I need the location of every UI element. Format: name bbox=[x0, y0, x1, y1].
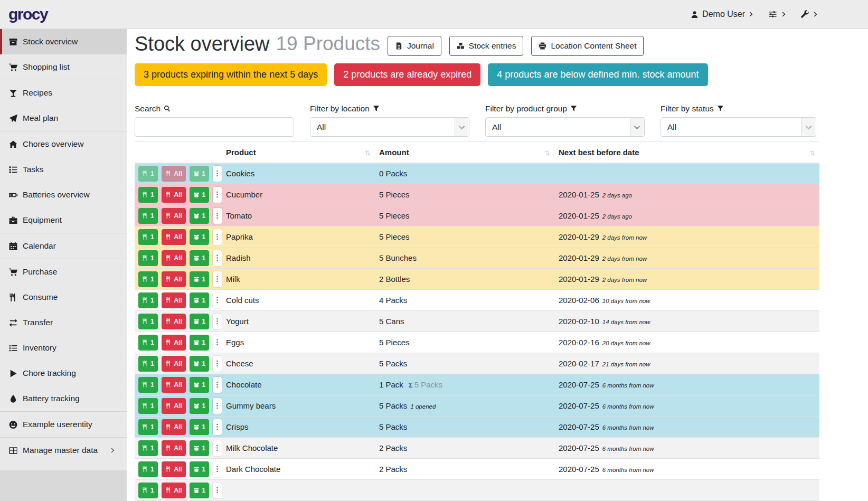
location-content-sheet-button[interactable]: Location Content Sheet bbox=[531, 36, 644, 56]
sidebar-item-calendar[interactable]: Calendar bbox=[0, 233, 127, 259]
consume-all-button[interactable]: All bbox=[162, 292, 186, 308]
sidebar-item-tasks[interactable]: Tasks bbox=[0, 157, 127, 182]
consume-all-button[interactable]: All bbox=[162, 166, 186, 182]
open-one-button[interactable]: 1 bbox=[190, 419, 209, 435]
expiring-alert[interactable]: 3 products expiring within the next 5 da… bbox=[135, 63, 327, 86]
open-one-button[interactable]: 1 bbox=[190, 271, 209, 287]
consume-all-button[interactable]: All bbox=[162, 356, 186, 372]
consume-all-button[interactable]: All bbox=[162, 314, 186, 329]
open-one-button[interactable]: 1 bbox=[190, 208, 209, 224]
consume-one-button[interactable]: 1 bbox=[138, 483, 158, 498]
open-one-button[interactable]: 1 bbox=[190, 187, 209, 203]
journal-button[interactable]: Journal bbox=[388, 36, 441, 56]
row-menu-button[interactable] bbox=[213, 440, 222, 456]
consume-one-button[interactable]: 1 bbox=[138, 377, 158, 393]
sidebar-item-recipes[interactable]: Recipes bbox=[0, 80, 127, 106]
consume-one-button[interactable]: 1 bbox=[138, 250, 158, 266]
row-menu-button[interactable] bbox=[213, 377, 222, 393]
column-header-next-best-before-date[interactable]: Next best before date bbox=[554, 142, 819, 163]
sidebar-item-purchase[interactable]: Purchase bbox=[0, 259, 127, 285]
consume-one-button[interactable]: 1 bbox=[138, 187, 158, 203]
consume-all-button[interactable]: All bbox=[162, 377, 186, 393]
product-group-filter-select[interactable]: All bbox=[485, 117, 645, 137]
admin-menu[interactable] bbox=[800, 10, 818, 18]
row-menu-button[interactable] bbox=[213, 335, 222, 351]
open-one-button[interactable]: 1 bbox=[190, 356, 209, 372]
row-menu-button[interactable] bbox=[213, 271, 222, 287]
consume-all-button[interactable]: All bbox=[162, 250, 186, 266]
sidebar-item-shopping-list[interactable]: Shopping list bbox=[0, 54, 127, 80]
consume-all-button[interactable]: All bbox=[162, 440, 186, 456]
sidebar-item-chore-tracking[interactable]: Chore tracking bbox=[0, 361, 127, 386]
sidebar-item-stock-overview[interactable]: Stock overview bbox=[0, 29, 127, 54]
row-menu-button[interactable] bbox=[213, 229, 222, 245]
consume-all-button[interactable]: All bbox=[162, 229, 186, 245]
open-one-button[interactable]: 1 bbox=[190, 483, 209, 498]
open-one-button[interactable]: 1 bbox=[190, 250, 209, 266]
sidebar-item-consume[interactable]: Consume bbox=[0, 285, 127, 310]
row-menu-button[interactable] bbox=[213, 292, 222, 308]
open-one-button[interactable]: 1 bbox=[190, 229, 209, 245]
sidebar-item-manage-master-data[interactable]: Manage master data bbox=[0, 438, 127, 463]
sort-icon[interactable] bbox=[809, 149, 816, 156]
consume-one-button[interactable]: 1 bbox=[138, 271, 158, 287]
consume-one-button[interactable]: 1 bbox=[138, 419, 158, 435]
consume-all-button[interactable]: All bbox=[162, 271, 186, 287]
stock-entries-button[interactable]: Stock entries bbox=[449, 36, 524, 56]
consume-one-button[interactable]: 1 bbox=[138, 440, 158, 456]
status-filter-select[interactable]: All bbox=[661, 117, 816, 137]
consume-one-button[interactable]: 1 bbox=[138, 166, 158, 182]
sidebar-item-battery-tracking[interactable]: Battery tracking bbox=[0, 386, 127, 411]
location-filter-select[interactable]: All bbox=[310, 117, 469, 137]
sidebar-item-transfer[interactable]: Transfer bbox=[0, 310, 127, 335]
sidebar-item-batteries-overview[interactable]: Batteries overview bbox=[0, 182, 127, 207]
row-menu-button[interactable] bbox=[213, 398, 222, 414]
consume-all-button[interactable]: All bbox=[162, 461, 186, 477]
sort-icon[interactable] bbox=[544, 149, 551, 156]
open-one-button[interactable]: 1 bbox=[190, 377, 209, 393]
row-menu-button[interactable] bbox=[213, 461, 222, 477]
consume-one-button[interactable]: 1 bbox=[138, 292, 158, 308]
consume-one-button[interactable]: 1 bbox=[138, 208, 158, 224]
row-menu-button[interactable] bbox=[213, 356, 222, 372]
sidebar-item-example-userentity[interactable]: Example userentity bbox=[0, 412, 127, 437]
row-menu-button[interactable] bbox=[213, 187, 222, 203]
search-input[interactable] bbox=[135, 117, 294, 137]
below-min-stock-alert[interactable]: 4 products are below defined min. stock … bbox=[488, 63, 707, 86]
row-menu-button[interactable] bbox=[213, 419, 222, 435]
consume-one-button[interactable]: 1 bbox=[138, 335, 158, 351]
sidebar-item-chores-overview[interactable]: Chores overview bbox=[0, 131, 127, 157]
open-one-button[interactable]: 1 bbox=[190, 314, 209, 329]
app-logo[interactable]: grocy bbox=[8, 5, 48, 23]
user-menu[interactable]: Demo User bbox=[691, 10, 753, 19]
consume-all-button[interactable]: All bbox=[162, 208, 186, 224]
open-one-button[interactable]: 1 bbox=[190, 292, 209, 308]
consume-all-button[interactable]: All bbox=[162, 398, 186, 414]
consume-all-button[interactable]: All bbox=[162, 335, 186, 351]
sidebar-item-equipment[interactable]: Equipment bbox=[0, 207, 127, 233]
row-menu-button[interactable] bbox=[213, 483, 222, 498]
sidebar-item-inventory[interactable]: Inventory bbox=[0, 335, 127, 361]
settings-menu[interactable] bbox=[768, 10, 786, 18]
consume-all-button[interactable]: All bbox=[162, 187, 186, 203]
consume-one-button[interactable]: 1 bbox=[138, 356, 158, 372]
open-one-button[interactable]: 1 bbox=[190, 335, 209, 351]
consume-one-button[interactable]: 1 bbox=[138, 461, 158, 477]
sidebar-item-meal-plan[interactable]: Meal plan bbox=[0, 106, 127, 131]
open-one-button[interactable]: 1 bbox=[190, 398, 209, 414]
consume-all-button[interactable]: All bbox=[162, 483, 186, 498]
open-one-button[interactable]: 1 bbox=[190, 440, 209, 456]
open-one-button[interactable]: 1 bbox=[190, 461, 209, 477]
open-one-button[interactable]: 1 bbox=[190, 166, 209, 182]
expired-alert[interactable]: 2 products are already expired bbox=[334, 63, 480, 86]
column-header-product[interactable]: Product bbox=[222, 142, 375, 163]
row-menu-button[interactable] bbox=[213, 314, 222, 329]
sort-icon[interactable] bbox=[364, 149, 371, 156]
row-menu-button[interactable] bbox=[213, 250, 222, 266]
consume-one-button[interactable]: 1 bbox=[138, 229, 158, 245]
row-menu-button[interactable] bbox=[213, 208, 222, 224]
row-menu-button[interactable] bbox=[213, 166, 222, 182]
consume-one-button[interactable]: 1 bbox=[138, 314, 158, 329]
column-header-amount[interactable]: Amount bbox=[375, 142, 554, 163]
consume-one-button[interactable]: 1 bbox=[138, 398, 158, 414]
